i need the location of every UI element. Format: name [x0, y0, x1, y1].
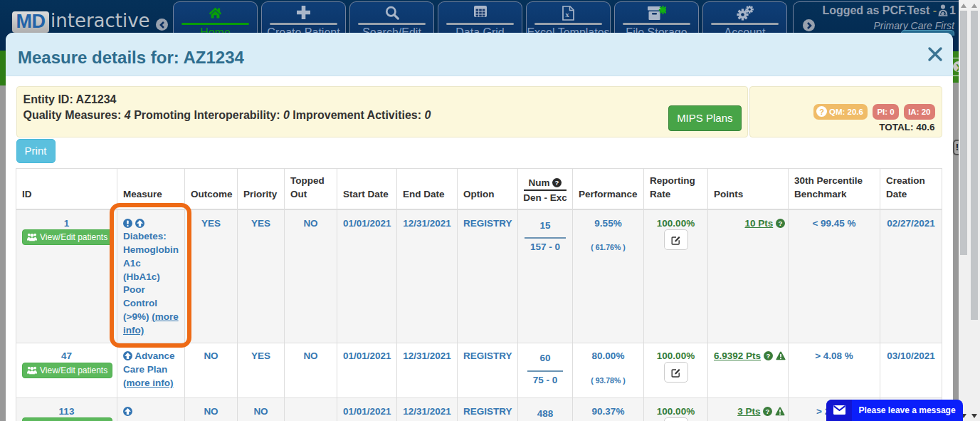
scroll-up-arrow[interactable] [961, 4, 966, 8]
edit-button[interactable] [664, 417, 688, 421]
numerator: 488 [532, 407, 559, 421]
cell-outcome: NO [185, 398, 238, 421]
performance-value: 90.37% [579, 405, 638, 419]
points-link[interactable]: 6.9392 Pts [714, 350, 761, 361]
cell-topped-out: NO [285, 209, 337, 343]
cell-outcome: YES [185, 209, 238, 343]
cell-measure: Advance Care Plan (more info) [117, 343, 185, 398]
logged-in-user[interactable]: Logged as PCF.Test - [822, 4, 937, 17]
scroll-up-arrow[interactable] [971, 4, 977, 8]
close-icon[interactable] [927, 46, 943, 62]
cell-option: REGISTRY [458, 343, 518, 398]
qm-badge-label: QM: 20.6 [829, 108, 863, 116]
warning-triangle-icon [775, 407, 785, 416]
numerator: 60 [527, 352, 564, 372]
modal-scrollbar[interactable] [959, 0, 969, 421]
col-header-benchmark[interactable]: 30th Percentile Benchmark [789, 169, 880, 210]
numerator: 15 [525, 219, 566, 239]
cell-num-den: 6075 - 0 [518, 343, 573, 398]
view-edit-patients-button[interactable]: View/Edit patients [22, 363, 112, 378]
scrollbar-thumb[interactable] [971, 11, 978, 320]
col-header-priority[interactable]: Priority [238, 169, 285, 210]
tab-underline [270, 23, 337, 25]
gears-icon [703, 6, 786, 21]
users-icon [27, 366, 37, 375]
leave-message-button[interactable]: Please leave a message [826, 400, 963, 421]
page-scrollbar[interactable] [969, 0, 980, 421]
warning-triangle-icon [776, 351, 786, 360]
col-header-points[interactable]: Points [708, 169, 789, 210]
pi-label: Promoting Interoperability: [134, 109, 280, 121]
mips-plans-button[interactable]: MIPS Plans [668, 105, 741, 131]
qm-value: 4 [125, 109, 131, 121]
view-edit-patients-button[interactable]: View/Edit patients [22, 229, 112, 245]
col-header-performance[interactable]: Performance [573, 169, 644, 210]
col-header-id[interactable]: ID [16, 169, 117, 210]
more-info-link[interactable]: (more info) [123, 378, 174, 388]
col-header-topped-out[interactable]: Topped Out [285, 169, 337, 210]
cell-option: REGISTRY [458, 209, 518, 343]
collapse-left-button[interactable] [156, 19, 168, 31]
points-link[interactable]: 10 Pts [744, 218, 773, 229]
measure-id[interactable]: 47 [22, 350, 111, 363]
qm-score-badge[interactable]: ?QM: 20.6 [813, 104, 868, 120]
pencil-square-icon [671, 368, 680, 378]
col-header-num-den[interactable]: Num ? Den - Exc [518, 169, 573, 210]
points-link[interactable]: 3 Pts [737, 406, 760, 417]
col-header-option[interactable]: Option [458, 169, 518, 210]
screen: MD interactive HomeCreate PatientSearch/… [0, 0, 980, 421]
cell-points: 6.9392 Pts ? [708, 343, 789, 398]
scroll-down-arrow[interactable] [971, 414, 977, 418]
highlight-box [110, 203, 191, 348]
expand-right-button[interactable] [803, 19, 815, 31]
performance-secondary: ( 61.76% ) [579, 241, 638, 254]
measure-id[interactable]: 1 [22, 217, 111, 231]
tab-underline [534, 23, 602, 25]
num-label: Num [529, 177, 550, 188]
den-label: Den - Exc [520, 192, 571, 203]
col-header-reporting-rate[interactable]: Reporting Rate [644, 169, 708, 210]
ia-score-badge[interactable]: IA: 20 [904, 104, 934, 120]
question-circle-icon: ? [552, 178, 562, 187]
edit-button[interactable] [664, 229, 688, 250]
pi-score-badge[interactable]: PI: 0 [873, 104, 898, 120]
denominator: 157 - 0 [525, 239, 566, 254]
brand-logo[interactable]: MD [12, 11, 49, 33]
measure-id[interactable]: 113 [22, 405, 111, 419]
print-button[interactable]: Print [16, 139, 56, 163]
col-header-start-date[interactable]: Start Date [337, 169, 397, 210]
search-icon [350, 6, 433, 21]
tab-underline [623, 23, 690, 25]
cell-end-date: 12/31/2021 [397, 209, 458, 343]
question-circle-icon: ? [776, 219, 785, 228]
pi-value: 0 [283, 109, 290, 121]
cell-num-den: 15157 - 0 [518, 209, 573, 343]
col-header-end-date[interactable]: End Date [397, 169, 458, 210]
edit-button[interactable] [664, 362, 688, 383]
category-counts-line: Quality Measures: 4 Promoting Interopera… [23, 109, 431, 122]
question-circle-icon: ? [764, 351, 773, 360]
reporting-rate-value: 100.00% [650, 217, 702, 231]
view-edit-patients-button[interactable]: View/Edit patients [22, 417, 112, 421]
grid-icon [438, 6, 522, 21]
cell-topped-out [285, 398, 337, 421]
cell-id: 47 View/Edit patients [16, 343, 117, 398]
denominator: 75 - 0 [527, 372, 564, 388]
arrow-circle-up-icon[interactable] [123, 407, 132, 416]
cell-points: 3 Pts ? [708, 398, 789, 421]
col-header-creation-date[interactable]: Creation Date [880, 169, 942, 210]
cell-id: 1 View/Edit patients [16, 209, 117, 343]
cell-option: REGISTRY [458, 398, 518, 421]
score-summary-alert: ?QM: 20.6 PI: 0 IA: 20 TOTAL: 40.6 [749, 86, 942, 138]
scrollbar-thumb[interactable] [960, 11, 967, 255]
plus-icon [262, 6, 345, 21]
svg-text:?: ? [555, 178, 559, 186]
cell-end-date: 12/31/2021 [397, 398, 458, 421]
arrow-circle-up-icon[interactable] [123, 351, 132, 360]
doctor-icon [937, 4, 949, 16]
pencil-square-icon [671, 236, 680, 245]
user-count[interactable]: 1 [937, 4, 956, 17]
col-header-outcome[interactable]: Outcome [185, 169, 238, 210]
entity-id-line: Entity ID: AZ1234 [23, 93, 117, 106]
table-row: 47 View/Edit patients Advance Care Plan … [16, 343, 942, 398]
